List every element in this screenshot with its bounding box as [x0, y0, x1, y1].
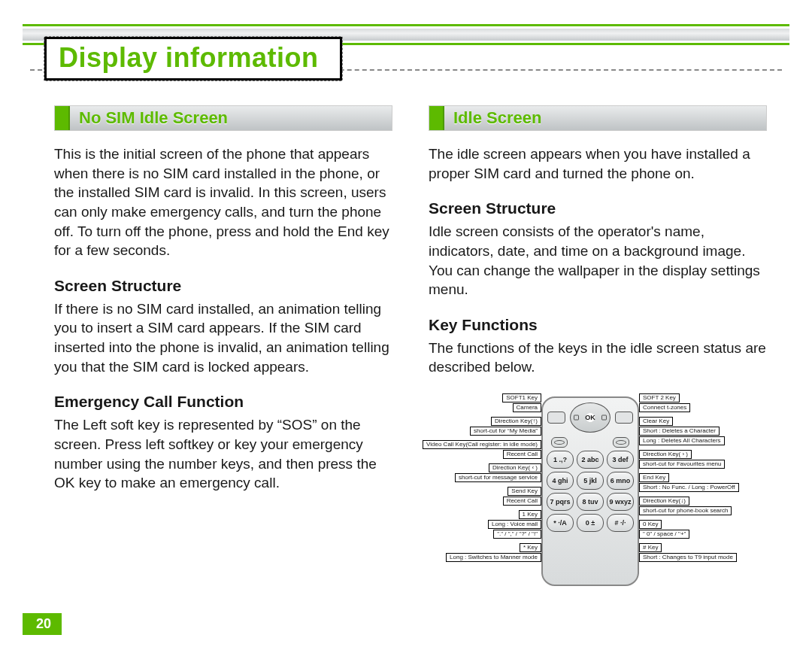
keypad-diagram: SOFT1 KeyCameraDirection Key(↑)short-cut… [429, 393, 752, 589]
subheading-key-functions: Key Functions [429, 316, 767, 334]
callout-label: # Key [639, 543, 662, 552]
callout-label: Camera [513, 403, 541, 412]
callout-column-left: SOFT1 KeyCameraDirection Key(↑)short-cut… [429, 393, 541, 565]
callout-label: Long : Voice mail [488, 520, 541, 529]
keypad-key: 8 tuv [577, 493, 604, 511]
dpad-icon: OK [570, 402, 611, 433]
callout-label: Recent Call [503, 450, 541, 459]
soft1-key-icon [547, 412, 565, 424]
callout-label: Direction Key( › ) [639, 450, 692, 459]
keypad-key: * ·/A [547, 514, 574, 532]
keypad-key: 3 def [607, 451, 634, 469]
page-body: No SIM Idle Screen This is the initial s… [54, 105, 767, 590]
subheading-screen-structure: Screen Structure [429, 199, 767, 217]
callout-label: short-cut for “My Media” [470, 427, 541, 436]
body-text: Idle screen consists of the operator's n… [429, 222, 767, 299]
callout-group: SOFT 2 KeyConnect t-zones [639, 393, 690, 412]
page-number-badge: 20 [23, 613, 62, 635]
column-right: Idle Screen The idle screen appears when… [429, 105, 767, 590]
callout-label: Short : Deletes a Character [639, 427, 720, 436]
subheading-screen-structure: Screen Structure [54, 277, 392, 295]
callout-label: Video Call Key(Call register: in idle mo… [423, 440, 541, 449]
intro-text: This is the initial screen of the phone … [54, 144, 392, 260]
callout-group: Direction Key(↓)short-cut for phone-book… [639, 497, 732, 515]
callout-group: 1 KeyLong : Voice mail"." / "," / "?" / … [488, 510, 541, 539]
keypad-key: 1 .,? [547, 451, 574, 469]
callout-label: "." / "," / "?" / "!" [493, 530, 541, 539]
callout-label: Long : Deletes All Characters [639, 436, 725, 445]
accent-bar-icon [55, 106, 70, 130]
callout-label: short-cut for phone-book search [639, 506, 732, 515]
callout-label: " 0" / space / "+" [639, 530, 689, 539]
column-left: No SIM Idle Screen This is the initial s… [54, 105, 392, 590]
end-key-icon [613, 437, 629, 448]
callout-label: * Key [520, 543, 541, 552]
callout-label: Clear Key [639, 417, 673, 426]
callout-label: Connect t-zones [639, 403, 690, 412]
accent-bar-icon [429, 106, 444, 130]
callout-label: SOFT1 Key [502, 393, 541, 402]
callout-label: SOFT 2 Key [639, 393, 680, 402]
numeric-keypad: 1 .,?2 abc3 def4 ghi5 jkl6 mno7 pqrs8 tu… [547, 451, 634, 532]
callout-group: Direction Key(↑)short-cut for “My Media” [470, 417, 541, 436]
callout-label: Direction Key(↓) [639, 497, 689, 506]
callout-label: short-cut for message service [455, 473, 541, 482]
keypad-key: 7 pqrs [547, 493, 574, 511]
ok-label: OK [585, 415, 595, 421]
soft2-key-icon [615, 412, 633, 424]
callout-group: Direction Key( ‹ )short-cut for message … [455, 463, 541, 482]
keypad-key: 0 ± [577, 514, 604, 532]
callout-label: Recent Call [503, 497, 541, 506]
callout-label: 1 Key [519, 510, 541, 519]
callout-group: End KeyShort : No Func. / Long : PowerOf… [639, 473, 739, 492]
callout-group: * KeyLong : Switches to Manner mode [446, 543, 541, 562]
intro-text: The idle screen appears when you have in… [429, 144, 767, 183]
keypad-key: # ·/· [607, 514, 634, 532]
callout-group: Send KeyRecent Call [503, 487, 541, 506]
keypad-key: 9 wxyz [607, 493, 634, 511]
body-text: If there is no SIM card installed, an an… [54, 299, 392, 377]
section-title: Idle Screen [444, 106, 766, 130]
callout-group: SOFT1 KeyCamera [502, 393, 541, 412]
page-title-tab: Display information [44, 36, 343, 81]
callout-group: Video Call Key(Call register: in idle mo… [423, 440, 541, 459]
page-title: Display information [59, 42, 319, 73]
callout-label: 0 Key [639, 520, 662, 529]
subheading-emergency-call: Emergency Call Function [54, 393, 392, 411]
body-text: The functions of the keys in the idle sc… [429, 339, 767, 377]
callout-label: Short : No Func. / Long : PowerOff [639, 483, 739, 492]
section-head-no-sim: No SIM Idle Screen [54, 105, 392, 131]
section-head-idle: Idle Screen [429, 105, 767, 131]
keypad-key: 6 mno [607, 472, 634, 490]
section-title: No SIM Idle Screen [70, 106, 392, 130]
send-key-icon [551, 437, 568, 448]
callout-label: End Key [639, 473, 669, 482]
keypad-key: 2 abc [577, 451, 604, 469]
callout-group: 0 Key" 0" / space / "+" [639, 520, 689, 539]
callout-label: Send Key [508, 487, 541, 496]
callout-label: Direction Key( ‹ ) [489, 463, 541, 472]
callout-group: Clear KeyShort : Deletes a CharacterLong… [639, 417, 725, 445]
callout-label: short-cut for Favourites menu [639, 460, 725, 469]
keypad-key: 5 jkl [577, 472, 604, 490]
keypad-key: 4 ghi [547, 472, 574, 490]
callout-label: Long : Switches to Manner mode [446, 553, 541, 562]
callout-label: Short : Changes to T9 input mode [639, 553, 737, 562]
callout-group: Direction Key( › )short-cut for Favourit… [639, 450, 725, 469]
callout-column-right: SOFT 2 KeyConnect t-zonesClear KeyShort … [639, 393, 752, 565]
phone-outline: OK 1 .,?2 abc3 def4 ghi5 jkl6 mno7 pqrs8… [541, 396, 639, 586]
callout-label: Direction Key(↑) [491, 417, 541, 426]
body-text: The Left soft key is represented by “SOS… [54, 415, 392, 493]
callout-group: # KeyShort : Changes to T9 input mode [639, 543, 737, 562]
